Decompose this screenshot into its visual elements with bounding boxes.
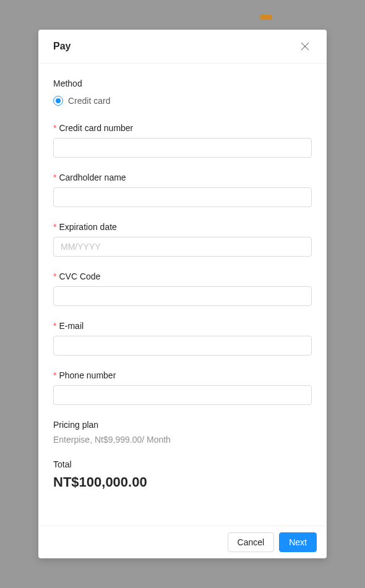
phone-input[interactable] bbox=[53, 385, 312, 405]
card-number-input[interactable] bbox=[53, 138, 312, 158]
card-number-label: *Credit card number bbox=[53, 123, 312, 133]
form-item-expiration-date: *Expiration date bbox=[53, 222, 312, 257]
form-item-cardholder-name: *Cardholder name bbox=[53, 173, 312, 207]
total-value: NT$100,000.00 bbox=[53, 474, 312, 490]
next-button[interactable]: Next bbox=[279, 532, 317, 552]
form-item-phone: *Phone number bbox=[53, 370, 312, 405]
total-section: Total NT$100,000.00 bbox=[53, 459, 312, 490]
cardholder-name-input[interactable] bbox=[53, 187, 312, 207]
close-icon bbox=[301, 42, 309, 51]
required-mark: * bbox=[53, 271, 56, 281]
background-badge bbox=[260, 15, 272, 20]
cvc-input[interactable] bbox=[53, 286, 312, 306]
required-mark: * bbox=[53, 173, 56, 182]
pricing-plan-section: Pricing plan Enterpise, Nt$9,999.00/ Mon… bbox=[53, 420, 312, 445]
radio-credit-card-label: Credit card bbox=[68, 96, 110, 106]
required-mark: * bbox=[53, 123, 56, 133]
cancel-button[interactable]: Cancel bbox=[228, 532, 275, 552]
expiration-date-input[interactable] bbox=[53, 237, 312, 257]
radio-dot bbox=[56, 98, 61, 103]
required-mark: * bbox=[53, 222, 56, 232]
modal-body: Method Credit card *Credit card number *… bbox=[38, 64, 327, 526]
cvc-label: *CVC Code bbox=[53, 271, 312, 281]
pay-modal: Pay Method Credit card *Credit card numb… bbox=[38, 30, 327, 558]
card-number-label-text: Credit card number bbox=[59, 123, 133, 133]
pricing-plan-label: Pricing plan bbox=[53, 420, 312, 430]
expiration-date-label: *Expiration date bbox=[53, 222, 312, 232]
cvc-label-text: CVC Code bbox=[59, 271, 100, 281]
method-label: Method bbox=[53, 79, 312, 88]
pricing-plan-value: Enterpise, Nt$9,999.00/ Month bbox=[53, 435, 312, 445]
method-radio-group: Credit card bbox=[53, 93, 312, 108]
email-label: *E-mail bbox=[53, 321, 312, 331]
form-item-email: *E-mail bbox=[53, 321, 312, 356]
radio-icon bbox=[53, 96, 63, 106]
modal-header: Pay bbox=[38, 30, 327, 64]
modal-title: Pay bbox=[53, 41, 71, 52]
phone-label: *Phone number bbox=[53, 370, 312, 380]
email-input[interactable] bbox=[53, 336, 312, 356]
close-button[interactable] bbox=[298, 40, 312, 53]
cardholder-name-label-text: Cardholder name bbox=[59, 173, 126, 182]
required-mark: * bbox=[53, 321, 56, 331]
radio-credit-card[interactable]: Credit card bbox=[53, 93, 312, 108]
phone-label-text: Phone number bbox=[59, 370, 116, 380]
modal-footer: Cancel Next bbox=[38, 526, 327, 558]
total-label: Total bbox=[53, 459, 312, 469]
required-mark: * bbox=[53, 370, 56, 380]
form-item-cvc: *CVC Code bbox=[53, 271, 312, 306]
form-item-card-number: *Credit card number bbox=[53, 123, 312, 158]
cardholder-name-label: *Cardholder name bbox=[53, 173, 312, 182]
expiration-date-label-text: Expiration date bbox=[59, 222, 116, 232]
email-label-text: E-mail bbox=[59, 321, 84, 331]
